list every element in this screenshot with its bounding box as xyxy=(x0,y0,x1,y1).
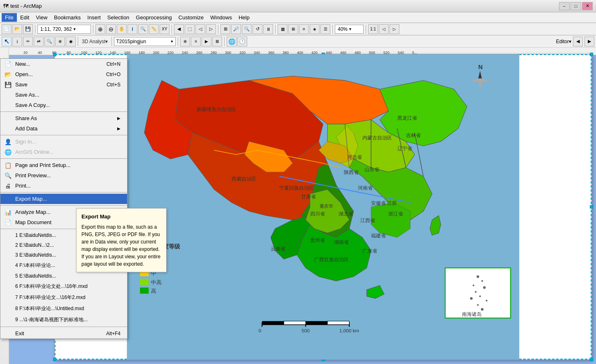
close-button[interactable]: ✕ xyxy=(582,2,593,10)
fixed-zoom-out[interactable]: 🔍 xyxy=(242,24,252,34)
svg-rect-52 xyxy=(140,279,148,285)
clock-btn[interactable]: 🕐 xyxy=(237,37,247,46)
toolbar-standard: 📄 📂 💾 1:11, 720, 362 ▼ ⊕ ⊖ ✋ i 🔍 📏 XY ◀ … xyxy=(0,23,596,35)
zoom-prev-btn[interactable]: ◁ xyxy=(195,24,205,34)
svg-text:河南省: 河南省 xyxy=(358,185,373,190)
recent-9[interactable]: 9 ...\1-南海诸岛视图下的标准地... xyxy=(0,314,127,325)
select-features[interactable]: ▦ xyxy=(278,24,288,34)
save-btn[interactable]: 💾 xyxy=(23,24,33,34)
sel-by-attr[interactable]: ≡ xyxy=(299,24,309,34)
pan-btn[interactable]: ✋ xyxy=(117,24,127,34)
svg-text:湖北省: 湖北省 xyxy=(339,211,353,216)
menu-open[interactable]: 📂 Open... Ctrl+O xyxy=(0,69,127,79)
menu-view[interactable]: View xyxy=(32,13,51,22)
save-icon: 💾 xyxy=(4,81,12,89)
next-extent[interactable]: ▷ xyxy=(390,24,399,34)
menu-selection[interactable]: Selection xyxy=(104,13,132,22)
zoom-percent[interactable]: 40% ▼ xyxy=(335,25,364,34)
editor-label: Editor▾ xyxy=(556,39,571,44)
full-extent-btn[interactable]: ⊞ xyxy=(220,24,230,34)
maximize-button[interactable]: □ xyxy=(570,2,581,10)
layer-btn2[interactable]: ≡ xyxy=(191,37,201,46)
menu-file[interactable]: File xyxy=(2,13,17,22)
title-bar: 🗺 test - ArcMap − □ ✕ xyxy=(0,0,596,12)
measure-btn[interactable]: 📏 xyxy=(149,24,159,34)
fixed-zoom-in[interactable]: 🔎 xyxy=(231,24,241,34)
svg-text:浙江省: 浙江省 xyxy=(389,211,404,216)
layer-combo[interactable]: T2015pingjun ▼ xyxy=(114,37,176,46)
menu-bar: File Edit View Bookmarks Insert Selectio… xyxy=(0,12,596,23)
menu-save[interactable]: 💾 Save Ctrl+S xyxy=(0,79,127,90)
menu-export-map[interactable]: Export Map... xyxy=(0,194,127,204)
menu-new[interactable]: 📄 New... Ctrl+N xyxy=(0,59,127,69)
select-arrow[interactable]: ↖ xyxy=(2,37,12,46)
menu-save-copy[interactable]: Save A Copy... xyxy=(0,100,127,110)
prev-extent[interactable]: ◁ xyxy=(379,24,389,34)
svg-text:高: 高 xyxy=(151,288,156,294)
svg-rect-54 xyxy=(140,287,148,294)
pause-btn[interactable]: ⏸ xyxy=(263,24,273,34)
menu-customize[interactable]: Customize xyxy=(175,13,207,22)
layer-btn1[interactable]: ⊕ xyxy=(180,37,190,46)
menu-print-preview[interactable]: 🔍 Print Preview... xyxy=(0,170,127,181)
recent-5[interactable]: 5 E:\BaiduNetdis... xyxy=(0,271,127,281)
menu-help[interactable]: Help xyxy=(235,13,253,22)
zoom-out-btn[interactable]: ⊖ xyxy=(106,24,116,34)
svg-text:广西壮族自治区: 广西壮族自治区 xyxy=(314,257,349,262)
find-btn[interactable]: 🔍 xyxy=(138,24,148,34)
menu-bookmarks[interactable]: Bookmarks xyxy=(51,13,84,22)
refresh-btn[interactable]: ↺ xyxy=(253,24,262,34)
sep6 xyxy=(332,25,333,34)
menu-exit[interactable]: Exit Alt+F4 xyxy=(0,328,127,338)
tool6[interactable]: ◉ xyxy=(66,37,76,46)
sep8 xyxy=(78,37,78,46)
sep7 xyxy=(366,25,366,34)
menu-edit[interactable]: Edit xyxy=(17,13,32,22)
edit-sketch[interactable]: ✏ xyxy=(23,37,33,46)
menu-share-as[interactable]: Share As ▶ xyxy=(0,113,127,123)
recent-7[interactable]: 7 F:\本科\毕业论文...\16年2.mxd xyxy=(0,292,127,303)
svg-text:辽宁省: 辽宁省 xyxy=(397,146,412,151)
sel-by-loc[interactable]: ◈ xyxy=(310,24,320,34)
menu-add-data[interactable]: Add Data ▶ xyxy=(0,123,127,134)
zoom-100[interactable]: 1:1 xyxy=(368,24,378,34)
menu-insert[interactable]: Insert xyxy=(84,13,104,22)
tool5[interactable]: ⊕ xyxy=(55,37,65,46)
menu-print[interactable]: 🖨 Print... xyxy=(0,181,127,191)
svg-point-62 xyxy=(479,295,481,297)
menu-windows[interactable]: Windows xyxy=(207,13,235,22)
svg-text:云南省: 云南省 xyxy=(271,246,285,251)
menu-page-print[interactable]: 📋 Page and Print Setup... xyxy=(0,160,127,170)
zoom-in-btn[interactable]: ⊕ xyxy=(95,24,105,34)
editor-back[interactable]: ◀ xyxy=(573,37,583,46)
zoom-next-btn[interactable]: ▷ xyxy=(206,24,216,34)
back-btn[interactable]: ◀ xyxy=(174,24,184,34)
open-icon: 📂 xyxy=(4,70,12,79)
globe-btn[interactable]: 🌐 xyxy=(227,37,237,46)
new-btn[interactable]: 📄 xyxy=(2,24,12,34)
svg-text:内蒙古自治区: 内蒙古自治区 xyxy=(362,135,392,140)
identify-btn[interactable]: i xyxy=(128,24,137,34)
svg-rect-41 xyxy=(327,321,349,325)
menu-save-as[interactable]: Save As... xyxy=(0,90,127,100)
recent-6[interactable]: 6 F:\本科\毕业论文处...\16年.mxd xyxy=(0,281,127,292)
magnify-btn[interactable]: 🔍 xyxy=(44,37,54,46)
clear-sel[interactable]: ⊠ xyxy=(288,24,298,34)
layer-btn4[interactable]: ⊠ xyxy=(212,37,222,46)
layer-btn3[interactable]: ▶ xyxy=(202,37,211,46)
sep5 xyxy=(275,25,276,34)
svg-text:N: N xyxy=(478,64,483,70)
more-btn[interactable]: ☰ xyxy=(320,24,330,34)
svg-text:吉林省: 吉林省 xyxy=(406,132,421,138)
analyst-label: 3D Analyst▾ xyxy=(80,39,109,44)
svg-rect-38 xyxy=(262,321,284,325)
swap-btn[interactable]: ⇄ xyxy=(34,37,44,46)
info-btn[interactable]: i xyxy=(12,37,22,46)
open-btn[interactable]: 📂 xyxy=(12,24,22,34)
recent-8[interactable]: 8 F:\本科\毕业论...\Untitled.mxd xyxy=(0,303,127,314)
menu-geoprocessing[interactable]: Geoprocessing xyxy=(132,13,175,22)
goto-xy-btn[interactable]: XY xyxy=(160,24,169,34)
minimize-button[interactable]: − xyxy=(559,2,570,10)
select-btn[interactable]: ⬚ xyxy=(185,24,195,34)
editor-fwd[interactable]: ▶ xyxy=(584,37,594,46)
